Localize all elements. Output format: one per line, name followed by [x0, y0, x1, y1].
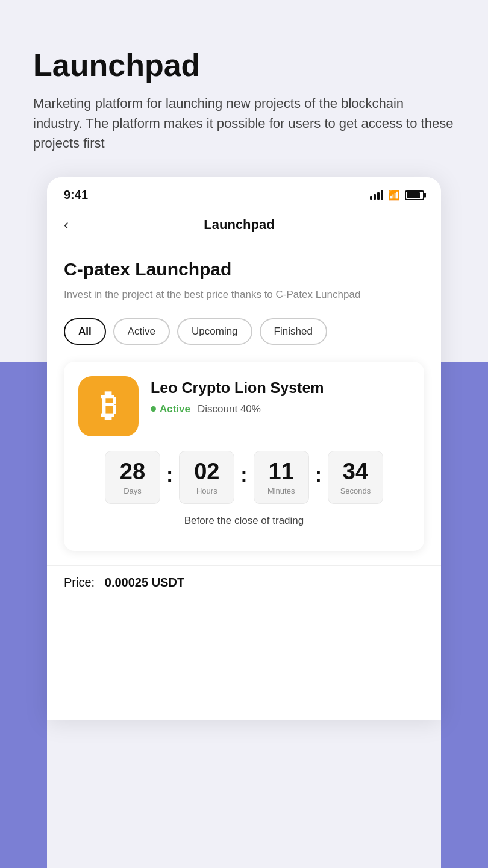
countdown-hours-label: Hours [196, 486, 217, 495]
price-row: Price: 0.00025 USDT [47, 565, 441, 599]
countdown-minutes-box: 11 Minutes [254, 451, 309, 504]
price-value: 0.00025 USDT [105, 576, 184, 589]
top-title: Launchpad [33, 48, 455, 83]
countdown-days-box: 28 Days [105, 451, 160, 504]
status-time: 9:41 [64, 188, 88, 202]
separator-3: : [315, 463, 322, 486]
page-title: C-patex Launchpad [64, 259, 424, 280]
countdown-seconds-box: 34 Seconds [328, 451, 383, 504]
countdown-hours-number: 02 [194, 459, 219, 485]
status-label: Active [160, 403, 190, 415]
countdown-hours-box: 02 Hours [179, 451, 234, 504]
countdown-caption: Before the close of trading [78, 515, 410, 527]
countdown-days-label: Days [124, 486, 142, 495]
status-dot [151, 406, 156, 412]
filter-tab-finished[interactable]: Finished [260, 318, 327, 345]
nav-bar: ‹ Launchpad [47, 208, 441, 242]
card-meta: Active Discount 40% [151, 403, 410, 415]
filter-tabs: All Active Upcoming Finished [64, 318, 424, 345]
countdown-seconds-number: 34 [343, 459, 368, 485]
page-subtitle: Invest in the project at the best price … [64, 287, 424, 303]
countdown-minutes-label: Minutes [267, 486, 295, 495]
card-header: ₿ Leo Crypto Lion System Active Discount… [78, 376, 410, 436]
back-button[interactable]: ‹ [64, 216, 69, 233]
separator-2: : [240, 463, 247, 486]
discount-badge: Discount 40% [198, 403, 261, 415]
wifi-icon: 📶 [388, 189, 400, 201]
countdown: 28 Days : 02 Hours : 11 Minutes : 34 Sec… [78, 451, 410, 504]
top-description: Marketing platform for launching new pro… [33, 93, 455, 153]
countdown-days-number: 28 [120, 459, 145, 485]
countdown-minutes-number: 11 [269, 459, 294, 485]
filter-tab-active[interactable]: Active [113, 318, 170, 345]
separator-1: : [166, 463, 173, 486]
top-section: Launchpad Marketing platform for launchi… [0, 0, 488, 177]
status-icons: 📶 [370, 189, 424, 201]
bg-purple-left [0, 362, 47, 868]
battery-icon [405, 190, 424, 200]
btc-icon: ₿ [101, 391, 116, 422]
status-bar: 9:41 📶 [47, 177, 441, 208]
price-label: Price: [64, 576, 95, 589]
project-card: ₿ Leo Crypto Lion System Active Discount… [64, 362, 424, 551]
nav-title: Launchpad [76, 217, 424, 233]
bg-purple-right [441, 362, 488, 868]
filter-tab-upcoming[interactable]: Upcoming [177, 318, 252, 345]
phone-mockup: 9:41 📶 ‹ Launchpad C-patex Launchpad Inv… [47, 177, 441, 720]
signal-icon [370, 190, 383, 200]
countdown-seconds-label: Seconds [340, 486, 371, 495]
filter-tab-all[interactable]: All [64, 318, 106, 345]
card-logo: ₿ [78, 376, 139, 436]
content-area: C-patex Launchpad Invest in the project … [47, 242, 441, 551]
status-badge: Active [151, 403, 190, 415]
card-info: Leo Crypto Lion System Active Discount 4… [151, 376, 410, 415]
card-name: Leo Crypto Lion System [151, 379, 410, 397]
